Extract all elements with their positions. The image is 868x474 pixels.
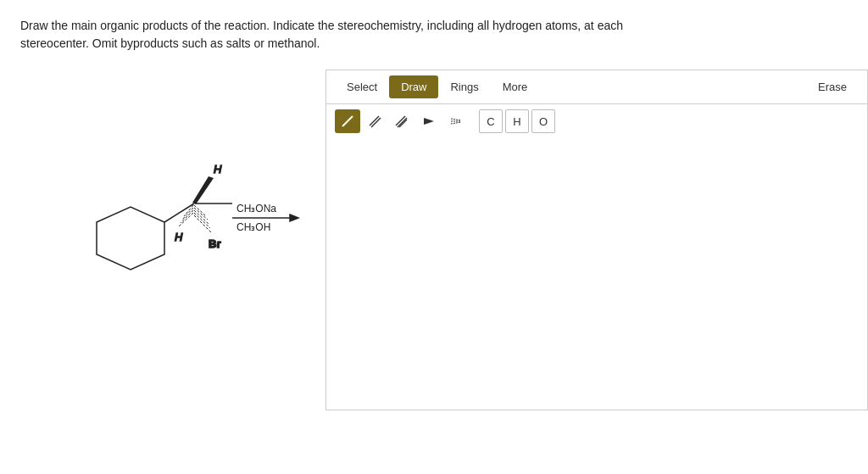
svg-text:H: H — [175, 231, 183, 243]
svg-line-25 — [451, 119, 461, 120]
svg-line-8 — [194, 215, 211, 232]
reagent2-label: CH₃OH — [236, 221, 270, 233]
reagent1-label: CH₃ONa — [236, 203, 276, 215]
svg-marker-17 — [290, 215, 298, 221]
main-area: H Br H — [20, 70, 848, 410]
double-bond-button[interactable] — [362, 109, 387, 133]
question-text: Draw the main organic products of the re… — [20, 17, 848, 53]
dashed-wedge-icon — [449, 114, 463, 128]
svg-text:H: H — [214, 163, 222, 176]
select-button[interactable]: Select — [335, 75, 389, 98]
draw-canvas[interactable] — [326, 138, 867, 410]
svg-marker-24 — [424, 118, 434, 125]
tool-icons-row: C H O — [326, 104, 867, 138]
rings-button[interactable]: Rings — [438, 75, 490, 98]
svg-text:Br: Br — [209, 237, 220, 250]
svg-line-13 — [179, 213, 193, 226]
atom-h-button[interactable]: H — [505, 109, 529, 133]
svg-marker-2 — [192, 176, 214, 204]
draw-panel: Select Draw Rings More Erase — [326, 70, 868, 410]
svg-line-5 — [194, 208, 208, 220]
wedge-bond-icon — [422, 114, 436, 128]
toolbar: Select Draw Rings More Erase — [326, 70, 867, 104]
more-button[interactable]: More — [491, 75, 540, 98]
svg-marker-0 — [97, 207, 164, 270]
atom-o-button[interactable]: O — [531, 109, 555, 133]
question-line2: stereocenter. Omit byproducts such as sa… — [20, 36, 320, 50]
triple-bond-icon — [395, 114, 409, 128]
erase-button[interactable]: Erase — [806, 75, 859, 98]
svg-line-1 — [164, 204, 194, 222]
molecule-svg: H Br H — [20, 78, 326, 332]
svg-line-18 — [342, 116, 353, 126]
molecule-area: H Br H — [20, 70, 326, 341]
wedge-bond-button[interactable] — [416, 109, 442, 133]
atom-c-button[interactable]: C — [479, 109, 503, 133]
triple-bond-button[interactable] — [389, 109, 415, 133]
double-bond-icon — [368, 114, 381, 128]
single-bond-icon — [341, 114, 354, 128]
single-bond-button[interactable] — [335, 109, 360, 133]
svg-line-27 — [451, 122, 461, 124]
dashed-wedge-button[interactable] — [443, 109, 469, 133]
question-line1: Draw the main organic products of the re… — [20, 19, 623, 32]
draw-button[interactable]: Draw — [389, 75, 438, 98]
